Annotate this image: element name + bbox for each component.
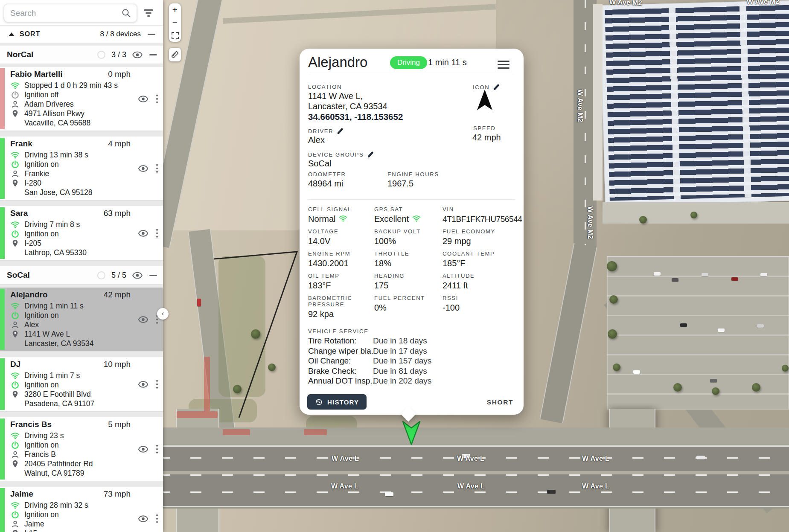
telemetry-stat: ENGINE RPM 1430.2001: [308, 250, 374, 269]
service-due: Due in 18 days: [373, 336, 515, 346]
device-card[interactable]: Jaime 73 mph Driving 28 min 32 s: [0, 487, 163, 532]
wifi-signal-icon: [10, 82, 20, 89]
ignition-status: Ignition on: [24, 160, 59, 169]
map-car: [702, 273, 708, 276]
engine-hours-label: ENGINE HOURS: [387, 171, 439, 177]
group-collapse-icon[interactable]: [149, 54, 157, 55]
fullscreen-button[interactable]: [169, 29, 181, 42]
address-line1: I-15: [24, 529, 37, 532]
device-address-row2: Vacaville, CA 95688: [10, 118, 131, 128]
map-tree: [608, 329, 617, 339]
stat-value-text: 1430.2001: [308, 258, 349, 269]
visibility-toggle[interactable]: [138, 515, 148, 522]
stat-value: 4T1BF1FK7HU756544: [443, 214, 522, 224]
map-tree: [613, 363, 620, 371]
group-header[interactable]: NorCal 3 / 3: [0, 46, 163, 64]
device-card[interactable]: Fabio Martelli 0 mph Stopped 1 d 0 h 29 …: [0, 67, 163, 131]
device-name: DJ: [10, 360, 20, 369]
device-card[interactable]: Sara 63 mph Driving 7 min 8 s Ig: [0, 206, 163, 261]
device-ignition-row: Ignition on: [10, 380, 131, 390]
eye-icon[interactable]: [132, 51, 143, 58]
ignition-status: Ignition on: [24, 441, 59, 450]
visibility-toggle[interactable]: [138, 316, 148, 323]
device-groups-value: SoCal: [308, 159, 331, 169]
device-status: Driving 23 s: [24, 431, 64, 440]
device-status-row: Driving 1 min 7 s: [10, 371, 131, 380]
zoom-out-button[interactable]: −: [169, 16, 181, 29]
device-status: Driving 13 min 38 s: [24, 151, 88, 160]
map-car: [385, 492, 393, 496]
address-line1: 1141 W Ave L,: [308, 91, 363, 101]
vehicle-service-list: Tire Rotation: Due in 18 days Change wip…: [308, 336, 515, 386]
device-address-row: I-15: [10, 529, 131, 532]
service-due: Due in 17 days: [373, 346, 515, 356]
address-line1: I-280: [24, 179, 41, 188]
fullscreen-icon: [172, 32, 179, 39]
device-card[interactable]: Alejandro 42 mph Driving 1 min 11 s: [0, 288, 163, 352]
sort-label[interactable]: SORT: [20, 30, 40, 38]
device-menu-button[interactable]: [154, 378, 160, 390]
map-car: [757, 324, 764, 328]
stat-value: 175: [374, 280, 443, 291]
search-box: [4, 4, 137, 22]
vehicle-marker-arrow[interactable]: [400, 419, 422, 447]
short-link[interactable]: SHORT: [487, 398, 513, 406]
speed-label: SPEED: [473, 125, 496, 131]
telemetry-stat: RSSI -100: [443, 295, 522, 320]
visibility-toggle[interactable]: [138, 165, 148, 172]
stat-value: 18%: [374, 258, 443, 269]
zoom-in-button[interactable]: +: [169, 3, 181, 16]
collapse-all-icon[interactable]: [148, 34, 155, 35]
group-collapse-icon[interactable]: [149, 275, 157, 276]
edit-pencil-icon[interactable]: [337, 128, 344, 134]
edit-pencil-icon[interactable]: [367, 151, 374, 158]
device-menu-button[interactable]: [154, 443, 160, 455]
group-count: 3 / 3: [111, 50, 126, 59]
map-road-label: W Ave M2: [586, 206, 594, 239]
map-car: [547, 490, 556, 494]
device-ignition-row: Ignition on: [10, 311, 131, 320]
device-menu-button[interactable]: [154, 162, 160, 174]
edit-pencil-icon[interactable]: [493, 84, 500, 90]
device-status-row: Driving 28 min 32 s: [10, 500, 131, 510]
visibility-toggle[interactable]: [138, 445, 148, 453]
measure-tool-button[interactable]: [169, 48, 181, 61]
device-groups-label-text: DEVICE GROUPS: [308, 151, 364, 158]
wifi-signal-icon: [10, 372, 20, 379]
popup-menu-icon[interactable]: [496, 59, 511, 70]
search-icon[interactable]: [121, 8, 131, 18]
ignition-power-icon: [10, 160, 20, 169]
device-menu-button[interactable]: [154, 227, 160, 239]
device-card[interactable]: DJ 10 mph Driving 1 min 7 s Igni: [0, 357, 163, 412]
driver-name: Frankie: [24, 169, 49, 178]
map-car: [197, 299, 201, 306]
device-menu-button[interactable]: [154, 93, 160, 105]
map-car: [731, 277, 738, 281]
device-menu-button[interactable]: [154, 512, 160, 525]
visibility-toggle[interactable]: [138, 381, 148, 388]
sort-direction-icon[interactable]: [9, 32, 15, 36]
device-driver-row: Francis B: [10, 450, 131, 459]
device-name: Fabio Martelli: [10, 70, 62, 79]
search-input[interactable]: [9, 8, 121, 18]
stat-value: 0%: [374, 302, 443, 313]
stat-value-text: -100: [443, 302, 460, 313]
driver-person-icon: [10, 321, 20, 329]
search-row: [0, 0, 163, 26]
telemetry-stat: CELL SIGNAL Normal: [308, 206, 374, 224]
filter-icon[interactable]: [142, 8, 155, 18]
device-card[interactable]: Frank 4 mph Driving 13 min 38 s: [0, 137, 163, 201]
eye-icon[interactable]: [132, 272, 143, 279]
device-status: Driving 7 min 8 s: [24, 220, 80, 229]
telemetry-stat: HEADING 175: [374, 273, 443, 291]
visibility-toggle[interactable]: [138, 230, 148, 237]
device-ignition-row: Ignition on: [10, 229, 131, 238]
group-header[interactable]: SoCal 5 / 5: [0, 266, 163, 285]
device-card[interactable]: Francis Bs 5 mph Driving 23 s Ig: [0, 417, 163, 481]
visibility-toggle[interactable]: [138, 95, 148, 102]
history-button[interactable]: HISTORY: [307, 394, 367, 410]
device-ignition-row: Ignition on: [10, 510, 131, 519]
address-line2: Vacaville, CA 95688: [24, 119, 90, 128]
stat-value: -100: [443, 302, 522, 313]
sidebar-collapse-button[interactable]: ‹: [157, 308, 169, 320]
